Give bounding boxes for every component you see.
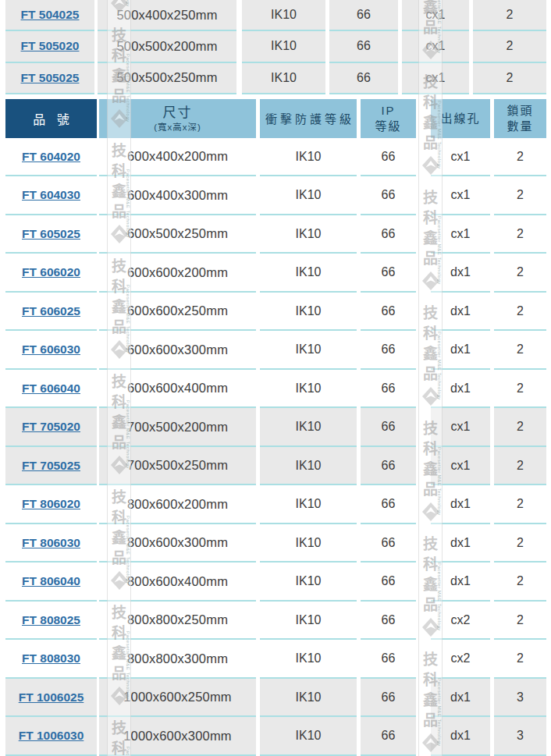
impact-rating-cell: IK10 [260, 485, 357, 524]
impact-rating-cell: IK10 [260, 293, 357, 332]
impact-rating-cell: IK10 [260, 254, 357, 293]
column-divider [416, 485, 431, 524]
column-divider [416, 293, 431, 332]
ip-rating-cell: 66 [361, 563, 416, 602]
lock-count-cell: 2 [494, 602, 546, 641]
size-cell: 600x600x400mm [99, 370, 256, 409]
size-cell: 500x500x250mm [98, 63, 236, 94]
header-size-title: 尺寸 [163, 105, 193, 122]
column-divider [416, 717, 431, 756]
column-divider [416, 331, 431, 370]
ip-rating-cell: 66 [361, 717, 416, 756]
ip-rating-cell: 66 [361, 331, 416, 370]
product-link[interactable]: FT 606020 [22, 265, 80, 279]
outlet-cell: dx1 [431, 717, 490, 756]
header-ip-rating: IP 等級 [361, 99, 416, 138]
product-id-cell: FT 505020 [5, 31, 94, 62]
column-divider [236, 0, 242, 31]
table-row: FT 505025 500x500x250mm IK10 66 cx1 2 [5, 63, 546, 94]
product-link[interactable]: FT 806020 [22, 497, 80, 511]
product-id-cell: FT 606025 [5, 293, 97, 332]
spec-table-upper-section: FT 504025 500x400x250mm IK10 66 cx1 2 FT… [5, 0, 546, 94]
outlet-cell: cx1 [431, 408, 490, 447]
product-link[interactable]: FT 806040 [22, 574, 80, 588]
column-divider [416, 640, 431, 679]
lock-count-cell: 2 [494, 408, 546, 447]
table-row: FT 806020 800x600x200mm IK10 66 dx1 2 [5, 485, 546, 524]
ip-rating-cell: 66 [361, 138, 416, 177]
column-divider [416, 370, 431, 409]
header-size: 尺寸 (寬x高x深) [99, 99, 256, 138]
product-link[interactable]: FT 505020 [21, 39, 80, 53]
product-link[interactable]: FT 705025 [22, 459, 80, 473]
product-id-cell: FT 504025 [5, 0, 94, 31]
product-id-cell: FT 606020 [5, 254, 97, 293]
size-cell: 800x600x200mm [99, 485, 256, 524]
product-link[interactable]: FT 604020 [22, 150, 80, 164]
column-divider [416, 408, 431, 447]
product-id-cell: FT 705025 [5, 447, 97, 486]
product-link[interactable]: FT 606040 [22, 382, 80, 396]
product-link[interactable]: FT 705020 [22, 420, 80, 434]
table-row: FT 705020 700x500x200mm IK10 66 cx1 2 [5, 408, 546, 447]
column-divider [416, 176, 431, 215]
lock-count-cell: 2 [494, 640, 546, 679]
size-cell: 800x600x400mm [99, 563, 256, 602]
product-id-cell: FT 808030 [5, 640, 97, 679]
outlet-cell: cx1 [431, 215, 490, 254]
impact-rating-cell: IK10 [260, 717, 357, 756]
outlet-cell: dx1 [431, 679, 490, 718]
impact-rating-cell: IK10 [242, 63, 325, 94]
impact-rating-cell: IK10 [260, 524, 357, 563]
table-row: FT 606025 600x600x250mm IK10 66 dx1 2 [5, 293, 546, 332]
product-id-cell: FT 606040 [5, 370, 97, 409]
size-cell: 600x600x200mm [99, 254, 256, 293]
ip-rating-cell: 66 [361, 524, 416, 563]
table-row: FT 605025 600x500x250mm IK10 66 cx1 2 [5, 215, 546, 254]
lock-count-cell: 2 [494, 215, 546, 254]
product-id-cell: FT 808025 [5, 602, 97, 641]
product-link[interactable]: FT 605025 [22, 227, 80, 241]
lock-count-cell: 3 [494, 679, 546, 718]
outlet-cell: dx1 [431, 370, 490, 409]
outlet-cell: cx1 [431, 176, 490, 215]
product-link[interactable]: FT 606030 [22, 343, 80, 357]
table-row: FT 806040 800x600x400mm IK10 66 dx1 2 [5, 563, 546, 602]
column-divider [416, 524, 431, 563]
product-link[interactable]: FT 1006025 [19, 690, 84, 705]
table-row: FT 806030 800x600x300mm IK10 66 dx1 2 [5, 524, 546, 563]
impact-rating-cell: IK10 [242, 31, 325, 62]
ip-rating-cell: 66 [361, 293, 416, 332]
product-link[interactable]: FT 808025 [22, 613, 80, 627]
outlet-cell: dx1 [431, 563, 490, 602]
outlet-cell: cx2 [431, 602, 490, 641]
impact-rating-cell: IK10 [260, 679, 357, 718]
size-cell: 500x400x250mm [98, 0, 236, 31]
spec-table-body: FT 604020 600x400x200mm IK10 66 cx1 2 FT… [5, 138, 546, 756]
lock-count-cell: 2 [494, 563, 546, 602]
ip-rating-cell: 66 [361, 485, 416, 524]
product-link[interactable]: FT 604030 [22, 188, 80, 202]
size-cell: 600x400x200mm [99, 138, 256, 177]
table-row: FT 604030 600x400x300mm IK10 66 cx1 2 [5, 176, 546, 215]
product-id-cell: FT 606030 [5, 331, 97, 370]
product-spec-page: FT 504025 500x400x250mm IK10 66 cx1 2 FT… [0, 0, 551, 756]
product-link[interactable]: FT 808030 [22, 651, 80, 665]
product-link[interactable]: FT 505025 [21, 71, 80, 85]
table-row: FT 505020 500x500x200mm IK10 66 cx1 2 [5, 31, 546, 62]
size-cell: 800x800x250mm [99, 602, 256, 641]
product-link[interactable]: FT 606025 [22, 304, 80, 318]
product-link[interactable]: FT 806030 [22, 536, 80, 550]
table-row: FT 504025 500x400x250mm IK10 66 cx1 2 [5, 0, 546, 31]
product-id-cell: FT 1006030 [5, 717, 97, 756]
product-id-cell: FT 604030 [5, 176, 97, 215]
outlet-cell: cx1 [402, 63, 469, 94]
product-id-cell: FT 806030 [5, 524, 97, 563]
lock-count-cell: 2 [473, 63, 546, 94]
product-link[interactable]: FT 504025 [21, 8, 80, 22]
column-divider [416, 679, 431, 718]
product-link[interactable]: FT 1006030 [19, 729, 84, 743]
outlet-cell: dx1 [431, 524, 490, 563]
lock-count-cell: 2 [494, 331, 546, 370]
lock-count-cell: 2 [494, 254, 546, 293]
